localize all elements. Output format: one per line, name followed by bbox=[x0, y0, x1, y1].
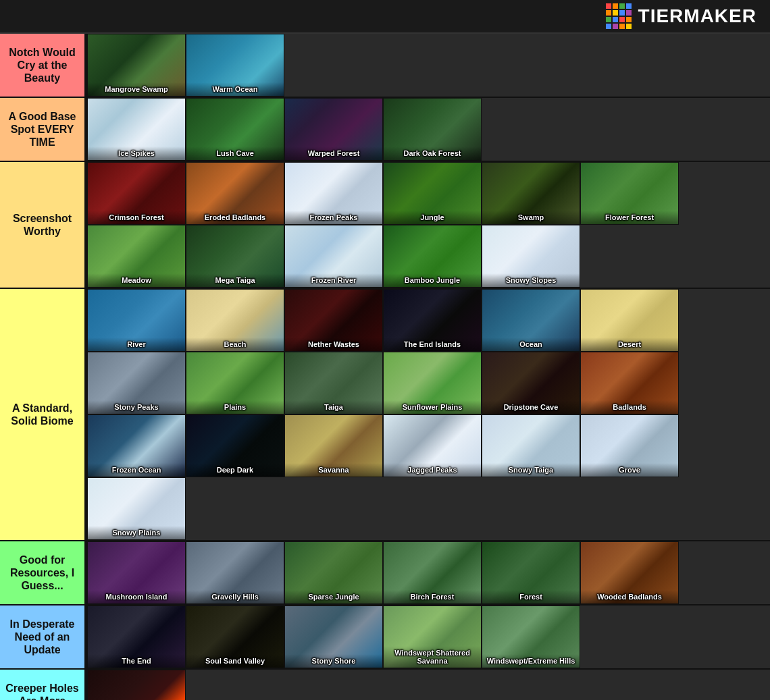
biome-card-gravelly[interactable]: Gravelly Hills bbox=[186, 541, 284, 604]
biome-label-meadow: Meadow bbox=[88, 273, 185, 287]
biome-card-beach[interactable]: Beach bbox=[186, 289, 284, 352]
biome-card-dripstone[interactable]: Dripstone Cave bbox=[482, 352, 580, 414]
biome-label-eroded-badlands: Eroded Badlands bbox=[186, 211, 284, 224]
biome-label-plains: Plains bbox=[186, 400, 284, 414]
biome-label-river: River bbox=[88, 338, 185, 351]
tier-label-b: Screenshot Worthy bbox=[0, 162, 86, 288]
biome-card-snowy-taiga[interactable]: Snowy Taiga bbox=[482, 414, 580, 477]
biome-label-mega-taiga: Mega Taiga bbox=[186, 273, 284, 287]
biome-label-snowy-taiga: Snowy Taiga bbox=[482, 463, 580, 477]
tier-label-d: Good for Resources, I Guess... bbox=[0, 541, 86, 604]
biome-card-birch-forest[interactable]: Birch Forest bbox=[383, 541, 482, 604]
biome-card-jungle[interactable]: Jungle bbox=[383, 162, 482, 225]
biome-label-warm-ocean: Warm Ocean bbox=[186, 82, 284, 96]
biome-card-basalt[interactable]: Basalt Deltas bbox=[87, 670, 186, 700]
tier-row-s: Notch Would Cry at the BeautyMangrove Sw… bbox=[0, 34, 770, 98]
biome-card-warm-ocean[interactable]: Warm Ocean bbox=[186, 34, 284, 97]
biome-card-mushroom[interactable]: Mushroom Island bbox=[87, 541, 186, 604]
biome-label-frozen-peaks: Frozen Peaks bbox=[285, 211, 382, 224]
biome-card-sparse-jungle[interactable]: Sparse Jungle bbox=[284, 541, 383, 604]
biome-card-frozen-ocean[interactable]: Frozen Ocean bbox=[87, 414, 186, 477]
biome-label-forest: Forest bbox=[482, 590, 580, 603]
biome-card-end-islands[interactable]: The End Islands bbox=[383, 289, 482, 352]
biome-card-forest[interactable]: Forest bbox=[482, 541, 580, 604]
tier-label-f: Creeper Holes Are More Appealing bbox=[0, 670, 86, 700]
biome-label-ocean: Ocean bbox=[482, 338, 580, 351]
tier-row-a: A Good Base Spot EVERY TIMEIce SpikesLus… bbox=[0, 98, 770, 162]
biome-label-frozen-ocean: Frozen Ocean bbox=[88, 463, 185, 477]
biome-label-grove: Grove bbox=[581, 463, 678, 477]
biome-card-stony-shore[interactable]: Stony Shore bbox=[284, 605, 383, 668]
biome-card-savanna[interactable]: Savanna bbox=[284, 414, 383, 477]
biome-label-dripstone: Dripstone Cave bbox=[482, 400, 580, 414]
biome-card-jagged-peaks[interactable]: Jagged Peaks bbox=[383, 414, 482, 477]
biome-label-ice-spikes: Ice Spikes bbox=[88, 146, 185, 160]
biome-label-crimson: Crimson Forest bbox=[88, 211, 185, 224]
biome-card-plains[interactable]: Plains bbox=[186, 352, 284, 414]
biome-label-beach: Beach bbox=[186, 338, 284, 351]
biome-label-bamboo-jungle: Bamboo Jungle bbox=[384, 273, 481, 287]
biome-card-ice-spikes[interactable]: Ice Spikes bbox=[87, 98, 186, 161]
biome-card-meadow[interactable]: Meadow bbox=[87, 225, 186, 288]
biome-label-snowy-plains: Snowy Plains bbox=[88, 526, 185, 539]
biome-card-snowy-plains[interactable]: Snowy Plains bbox=[87, 477, 186, 540]
biome-card-stony-peaks[interactable]: Stony Peaks bbox=[87, 352, 186, 414]
biome-card-soul-sand[interactable]: Soul Sand Valley bbox=[186, 605, 284, 668]
biome-label-badlands: Badlands bbox=[581, 400, 678, 414]
biome-card-desert[interactable]: Desert bbox=[580, 289, 679, 352]
biome-label-sunflower: Sunflower Plains bbox=[384, 400, 481, 414]
biome-label-end-islands: The End Islands bbox=[384, 338, 481, 351]
biome-card-snowy-slopes[interactable]: Snowy Slopes bbox=[482, 225, 580, 288]
biome-card-bamboo-jungle[interactable]: Bamboo Jungle bbox=[383, 225, 482, 288]
tier-items-c: RiverBeachNether WastesThe End IslandsOc… bbox=[86, 289, 770, 540]
biome-card-deep-dark[interactable]: Deep Dark bbox=[186, 414, 284, 477]
biome-card-swamp[interactable]: Swamp bbox=[482, 162, 580, 225]
tier-label-e: In Desperate Need of an Update bbox=[0, 605, 86, 668]
biome-label-sparse-jungle: Sparse Jungle bbox=[285, 590, 382, 603]
biome-card-windswept-savanna[interactable]: Windswept Shattered Savanna bbox=[383, 605, 482, 668]
biome-label-deep-dark: Deep Dark bbox=[186, 463, 284, 477]
biome-card-lush-cave[interactable]: Lush Cave bbox=[186, 98, 284, 161]
tier-items-e: The EndSoul Sand ValleyStony ShoreWindsw… bbox=[86, 605, 770, 668]
biome-label-wooded-badlands: Wooded Badlands bbox=[581, 590, 678, 603]
biome-label-birch-forest: Birch Forest bbox=[384, 590, 481, 603]
biome-label-stony-peaks: Stony Peaks bbox=[88, 400, 185, 414]
biome-card-warped-forest[interactable]: Warped Forest bbox=[284, 98, 383, 161]
biome-label-gravelly: Gravelly Hills bbox=[186, 590, 284, 603]
biome-label-windswept-hills: Windswept/Extreme Hills bbox=[482, 654, 580, 668]
tiermaker-logo: TiERMAKER bbox=[606, 3, 756, 29]
tier-label-s: Notch Would Cry at the Beauty bbox=[0, 34, 86, 97]
biome-card-mega-taiga[interactable]: Mega Taiga bbox=[186, 225, 284, 288]
biome-card-frozen-river[interactable]: Frozen River bbox=[284, 225, 383, 288]
biome-card-eroded-badlands[interactable]: Eroded Badlands bbox=[186, 162, 284, 225]
biome-label-stony-shore: Stony Shore bbox=[285, 654, 382, 668]
biome-card-frozen-peaks[interactable]: Frozen Peaks bbox=[284, 162, 383, 225]
biome-card-crimson[interactable]: Crimson Forest bbox=[87, 162, 186, 225]
biome-card-taiga[interactable]: Taiga bbox=[284, 352, 383, 414]
biome-card-nether-wastes[interactable]: Nether Wastes bbox=[284, 289, 383, 352]
biome-label-savanna: Savanna bbox=[285, 463, 382, 477]
biome-card-badlands[interactable]: Badlands bbox=[580, 352, 679, 414]
header: TiERMAKER bbox=[0, 0, 770, 34]
tier-row-d: Good for Resources, I Guess...Mushroom I… bbox=[0, 541, 770, 605]
biome-card-dark-oak[interactable]: Dark Oak Forest bbox=[383, 98, 482, 161]
biome-bg-basalt bbox=[88, 670, 185, 700]
biome-card-river[interactable]: River bbox=[87, 289, 186, 352]
maker-text: MAKER bbox=[684, 5, 756, 26]
tier-items-a: Ice SpikesLush CaveWarped ForestDark Oak… bbox=[86, 98, 770, 161]
biome-label-soul-sand: Soul Sand Valley bbox=[186, 654, 284, 668]
biome-card-windswept-hills[interactable]: Windswept/Extreme Hills bbox=[482, 605, 580, 668]
biome-card-wooded-badlands[interactable]: Wooded Badlands bbox=[580, 541, 679, 604]
biome-card-sunflower[interactable]: Sunflower Plains bbox=[383, 352, 482, 414]
biome-card-grove[interactable]: Grove bbox=[580, 414, 679, 477]
biome-card-ocean[interactable]: Ocean bbox=[482, 289, 580, 352]
biome-card-flower-forest[interactable]: Flower Forest bbox=[580, 162, 679, 225]
biome-card-mangrove[interactable]: Mangrove Swamp bbox=[87, 34, 186, 97]
tier-row-b: Screenshot WorthyCrimson ForestEroded Ba… bbox=[0, 162, 770, 289]
logo-grid-icon bbox=[606, 3, 632, 29]
tiermaker-text: TiERMAKER bbox=[638, 5, 756, 27]
tier-text: TiER bbox=[638, 5, 684, 26]
biome-label-snowy-slopes: Snowy Slopes bbox=[482, 273, 580, 287]
biome-card-the-end[interactable]: The End bbox=[87, 605, 186, 668]
biome-label-taiga: Taiga bbox=[285, 400, 382, 414]
